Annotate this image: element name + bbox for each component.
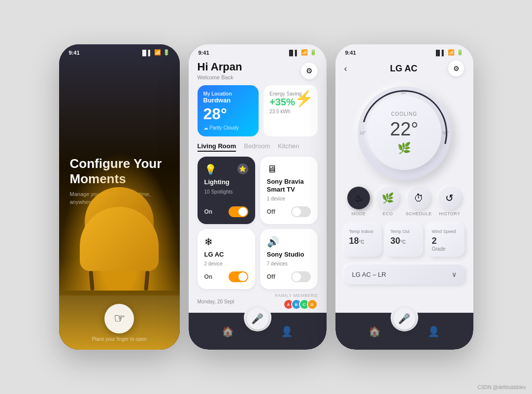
status-bar-1: 9:41 ▐▌▌ 📶 🔋 bbox=[59, 44, 180, 58]
family-avatars: A B C D bbox=[286, 299, 318, 310]
ac-toggle[interactable] bbox=[229, 271, 248, 282]
onboarding-footer: ☞ Place your finger to open bbox=[59, 296, 180, 350]
status-bar-2: 9:41 ▐▌▌ 📶 🔋 bbox=[189, 44, 327, 58]
status-icons-3: ▐▌▌ 📶 🔋 bbox=[434, 49, 463, 56]
tv-icon: 🖥 bbox=[267, 164, 311, 175]
device-card-ac[interactable]: ❄ LG AC 2 device On bbox=[198, 229, 255, 289]
dial-outer-ring[interactable]: 20° 10° 30° COOLING 22° 🌿 bbox=[358, 86, 451, 180]
stat-wind-label: Wind Speed bbox=[432, 229, 460, 234]
stat-indoor-label: Temp Indoor bbox=[349, 229, 377, 234]
mode-btn-schedule[interactable]: ⏱ SCHEDULE bbox=[406, 187, 432, 216]
ac-gear-icon: ⚙ bbox=[453, 65, 460, 72]
nav-home-3[interactable]: 🏠 bbox=[368, 326, 381, 337]
lighting-sub: 10 Spotlights bbox=[204, 189, 248, 195]
tv-name: Sony Bravia Smart TV bbox=[267, 178, 311, 193]
stat-outdoor-val: 30°C bbox=[391, 236, 418, 246]
ac-status: On bbox=[204, 273, 213, 280]
room-tab-bedroom[interactable]: Bedroom bbox=[244, 142, 270, 152]
chair-leg-left bbox=[89, 271, 94, 291]
mode-icon-history: ↺ bbox=[438, 187, 461, 209]
tv-sub: 1 device bbox=[267, 196, 311, 201]
weather-location-label: My Location bbox=[203, 91, 253, 97]
back-button[interactable]: ‹ bbox=[344, 64, 359, 74]
watermark: CSDN @defdsddddev bbox=[477, 385, 526, 390]
mode-icon-heat: ♨ bbox=[347, 187, 370, 209]
chair-leg-right bbox=[144, 271, 149, 291]
room-tabs: Living Room Bedroom Kitchen bbox=[189, 142, 327, 157]
studio-icon: 🔊 bbox=[267, 236, 311, 248]
weather-city: Burdwan bbox=[203, 97, 253, 104]
fingerprint-button[interactable]: ☞ bbox=[104, 304, 134, 333]
room-tab-living[interactable]: Living Room bbox=[198, 142, 236, 152]
lighting-status: On bbox=[204, 208, 213, 215]
stat-wind-unit: Grade bbox=[432, 246, 460, 252]
temperature-dial: 20° 10° 30° COOLING 22° 🌿 bbox=[335, 81, 473, 180]
greeting-block: Hi Arpan Welcome Back bbox=[198, 61, 242, 80]
studio-name: Sony Studio bbox=[267, 251, 311, 259]
device-card-studio[interactable]: 🔊 Sony Studio 7 devices Off bbox=[260, 229, 318, 289]
chair-shape bbox=[70, 192, 168, 291]
device-card-tv[interactable]: 🖥 Sony Bravia Smart TV 1 device Off bbox=[260, 157, 318, 224]
mode-btn-mode[interactable]: ♨ MODE bbox=[347, 187, 370, 216]
status-icons-2: ▐▌▌ 📶 🔋 bbox=[287, 49, 316, 56]
chevron-down-icon: ∨ bbox=[452, 270, 457, 278]
device-card-lighting[interactable]: 💡 ⭐ Lighting 10 Spotlights On bbox=[198, 157, 255, 224]
nav-mic-2[interactable]: 🎤 bbox=[247, 308, 268, 329]
bolt-icon: ⚡ bbox=[294, 89, 314, 108]
settings-button[interactable]: ⚙ bbox=[301, 63, 318, 79]
studio-toggle-row: Off bbox=[267, 271, 311, 282]
nav-profile-3[interactable]: 👤 bbox=[428, 326, 440, 337]
ac-settings-button[interactable]: ⚙ bbox=[448, 61, 464, 76]
stat-outdoor: Temp Out 30°C bbox=[386, 224, 423, 257]
ac-name: LG AC bbox=[204, 251, 248, 259]
stat-outdoor-label: Temp Out bbox=[391, 229, 418, 234]
greeting-text: Hi Arpan bbox=[198, 61, 242, 73]
ac-icon: ❄ bbox=[204, 236, 248, 248]
stat-wind-val: 2 bbox=[432, 236, 460, 246]
tv-status: Off bbox=[267, 208, 275, 215]
status-icons-1: ▐▌▌ 📶 🔋 bbox=[140, 49, 169, 56]
fingerprint-label: Place your finger to open bbox=[92, 336, 146, 342]
phone-ac-control: 9:41 ▐▌▌ 📶 🔋 ‹ LG AC ⚙ 20° 10° 30° bbox=[335, 44, 473, 350]
bottom-nav-3: 🏠 🎤 👤 bbox=[335, 313, 473, 350]
avatar-4: D bbox=[307, 299, 318, 310]
chair-illustration bbox=[59, 153, 180, 291]
family-section: FAMILY MEMBERS A B C D bbox=[275, 293, 317, 310]
dashboard-header: Hi Arpan Welcome Back ⚙ bbox=[189, 58, 327, 85]
toggle-knob-ac bbox=[238, 272, 247, 281]
toggle-knob-tv bbox=[292, 207, 301, 216]
phone-dashboard: 9:41 ▐▌▌ 📶 🔋 Hi Arpan Welcome Back ⚙ My … bbox=[189, 44, 327, 350]
welcome-text: Welcome Back bbox=[198, 74, 242, 80]
studio-sub: 7 devices bbox=[267, 261, 311, 266]
mode-btn-eco[interactable]: 🌿 ECO bbox=[376, 187, 399, 216]
lighting-name: Lighting bbox=[204, 178, 248, 186]
device-grid: 💡 ⭐ Lighting 10 Spotlights On 🖥 Sony Bra… bbox=[189, 157, 327, 289]
energy-card: Energy Saving +35% 23.5 kWh ⚡ bbox=[264, 85, 317, 136]
energy-kwh: 23.5 kWh bbox=[269, 109, 311, 114]
family-label: FAMILY MEMBERS bbox=[275, 293, 317, 298]
gear-icon: ⚙ bbox=[306, 66, 312, 75]
tv-toggle[interactable] bbox=[291, 206, 311, 217]
dial-track bbox=[346, 74, 463, 192]
date-display: Monday, 20 Sept bbox=[198, 299, 234, 304]
nav-mic-3[interactable]: 🎤 bbox=[394, 308, 415, 329]
info-cards: My Location Burdwan 28° ☁ Partly Cloudy … bbox=[189, 85, 327, 142]
ac-zone-selector[interactable]: LG AC – LR ∨ bbox=[344, 264, 465, 284]
weather-temp: 28° bbox=[203, 105, 253, 123]
weather-desc: ☁ Partly Cloudy bbox=[203, 125, 253, 131]
studio-toggle[interactable] bbox=[291, 271, 311, 282]
mode-label-schedule: SCHEDULE bbox=[406, 211, 432, 216]
lighting-toggle[interactable] bbox=[229, 206, 248, 217]
stat-indoor: Temp Indoor 18°C bbox=[344, 224, 382, 257]
ac-header: ‹ LG AC ⚙ bbox=[335, 58, 473, 81]
ac-title: LG AC bbox=[390, 64, 417, 74]
bottom-nav-2: 🏠 🎤 👤 bbox=[189, 313, 327, 350]
lighting-icon: 💡 bbox=[204, 164, 217, 175]
ac-modes: ♨ MODE 🌿 ECO ⏱ SCHEDULE ↺ HISTORY bbox=[335, 180, 473, 220]
mode-label-mode: MODE bbox=[352, 211, 366, 216]
weather-card: My Location Burdwan 28° ☁ Partly Cloudy bbox=[198, 85, 259, 136]
room-tab-kitchen[interactable]: Kitchen bbox=[278, 142, 299, 152]
nav-home-2[interactable]: 🏠 bbox=[222, 326, 234, 337]
nav-profile-2[interactable]: 👤 bbox=[281, 326, 293, 337]
mode-btn-history[interactable]: ↺ HISTORY bbox=[438, 187, 461, 216]
